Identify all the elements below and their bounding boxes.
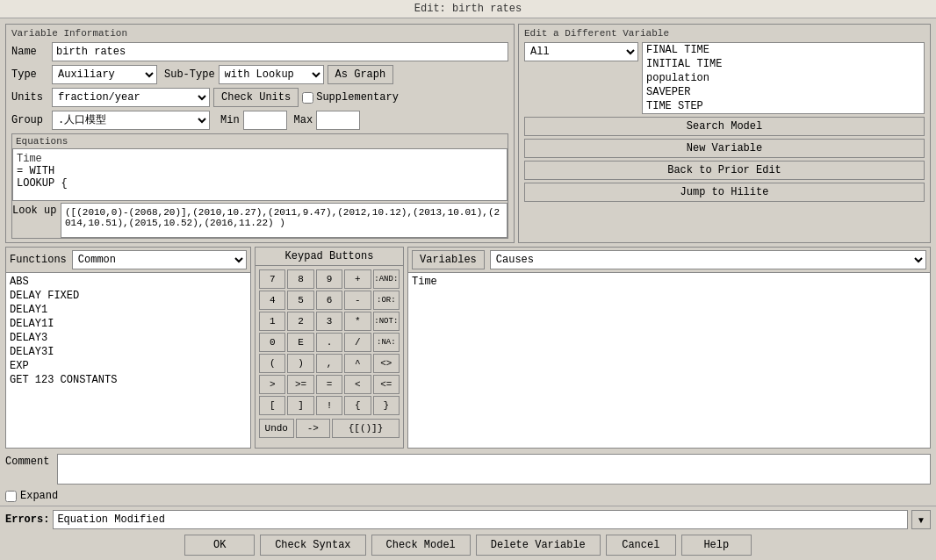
type-select[interactable]: Auxiliary (52, 65, 157, 84)
causes-select[interactable]: Causes (490, 250, 926, 269)
keypad-not[interactable]: :NOT: (373, 312, 400, 331)
function-item-exp[interactable]: EXP (10, 359, 247, 373)
lookup-label: Look up (12, 203, 61, 217)
max-input[interactable] (316, 111, 360, 130)
keypad-rbrace[interactable]: } (373, 396, 400, 415)
brace-button[interactable]: {[()]} (332, 419, 400, 438)
keypad-gte[interactable]: >= (287, 375, 313, 394)
list-item[interactable]: population (643, 71, 924, 85)
list-item[interactable]: TIME STEP (643, 99, 924, 113)
keypad-lte[interactable]: <= (373, 375, 400, 394)
function-item-abs[interactable]: ABS (10, 275, 247, 289)
undo-button[interactable]: Undo (259, 419, 294, 438)
variables-tab-button[interactable]: Variables (412, 250, 485, 269)
equation-area[interactable]: Time = WITH LOOKUP { (12, 148, 508, 201)
keypad-3[interactable]: 3 (316, 312, 342, 331)
group-select[interactable]: .人口模型 (52, 111, 210, 130)
keypad-exclaim[interactable]: ! (316, 396, 342, 415)
as-graph-button[interactable]: As Graph (328, 65, 394, 84)
keypad-8[interactable]: 8 (287, 269, 313, 289)
variable-item-time[interactable]: Time (412, 275, 926, 289)
units-select[interactable]: fraction/year (52, 88, 210, 107)
keypad-1[interactable]: 1 (259, 312, 285, 331)
list-item[interactable]: SAVEPER (643, 85, 924, 99)
ok-button[interactable]: OK (184, 535, 255, 556)
keypad-div[interactable]: / (344, 333, 371, 352)
keypad-comma[interactable]: , (316, 354, 342, 373)
errors-dropdown-button[interactable]: ▼ (911, 510, 931, 529)
keypad-lt[interactable]: < (344, 375, 371, 394)
keypad-lbrace[interactable]: { (344, 396, 371, 415)
keypad-dot[interactable]: . (316, 333, 342, 352)
keypad-lparen[interactable]: ( (259, 354, 285, 373)
keypad-4[interactable]: 4 (259, 291, 285, 310)
name-input[interactable] (52, 42, 508, 61)
time-label: Time (17, 153, 503, 165)
keypad-na[interactable]: :NA: (373, 333, 400, 352)
keypad-header: Keypad Buttons (256, 248, 403, 266)
cancel-button[interactable]: Cancel (606, 535, 676, 556)
equation-text[interactable]: = WITH LOOKUP { (17, 165, 503, 190)
keypad-rparen[interactable]: ) (287, 354, 313, 373)
arrow-button[interactable]: -> (296, 419, 331, 438)
units-label: Units (11, 91, 48, 104)
keypad-eq[interactable]: = (316, 375, 342, 394)
list-item[interactable]: FINAL TIME (643, 43, 924, 57)
keypad-plus[interactable]: + (344, 269, 371, 289)
function-item-get123[interactable]: GET 123 CONSTANTS (10, 373, 247, 387)
keypad-panel: Keypad Buttons 7 8 9 + :AND: 4 5 6 - :OR… (255, 247, 404, 449)
function-item-delay3i[interactable]: DELAY3I (10, 345, 247, 359)
keypad-0[interactable]: 0 (259, 333, 285, 352)
keypad-9[interactable]: 9 (316, 269, 342, 289)
keypad-mult[interactable]: * (344, 312, 371, 331)
keypad-7[interactable]: 7 (259, 269, 285, 289)
keypad-caret[interactable]: ^ (344, 354, 371, 373)
all-select[interactable]: All (524, 42, 638, 61)
min-input[interactable] (243, 111, 287, 130)
variable-info-panel: Variable Information Name Type Auxiliary… (5, 24, 515, 243)
name-row: Name (11, 42, 508, 61)
keypad-e[interactable]: E (287, 333, 313, 352)
function-item-delay1i[interactable]: DELAY1I (10, 317, 247, 331)
check-units-button[interactable]: Check Units (213, 88, 299, 107)
jump-to-hilite-button[interactable]: Jump to Hilite (524, 183, 925, 202)
supplementary-checkbox[interactable] (302, 92, 313, 104)
check-syntax-button[interactable]: Check Syntax (260, 535, 365, 556)
keypad-neq[interactable]: <> (373, 354, 400, 373)
subtype-select[interactable]: with Lookup (219, 65, 324, 84)
type-row: Type Auxiliary Sub-Type with Lookup As G… (11, 65, 508, 84)
errors-label: Errors: (5, 513, 49, 526)
comment-textarea[interactable] (57, 454, 931, 485)
functions-header: Functions Common (6, 248, 250, 273)
list-item[interactable]: INITIAL TIME (643, 57, 924, 71)
help-button[interactable]: Help (681, 535, 752, 556)
functions-title: Functions (10, 254, 67, 266)
errors-input[interactable] (53, 510, 908, 529)
keypad-gt[interactable]: > (259, 375, 285, 394)
search-model-button[interactable]: Search Model (524, 117, 925, 136)
keypad-lbracket[interactable]: [ (259, 396, 285, 415)
new-variable-button[interactable]: New Variable (524, 139, 925, 158)
function-item-delay1[interactable]: DELAY1 (10, 303, 247, 317)
delete-variable-button[interactable]: Delete Variable (476, 535, 601, 556)
keypad-rbracket[interactable]: ] (287, 396, 313, 415)
expand-checkbox[interactable] (5, 491, 17, 502)
functions-category-select[interactable]: Common (72, 250, 247, 269)
function-item-delay3[interactable]: DELAY3 (10, 331, 247, 345)
max-label: Max (294, 114, 313, 126)
lookup-area[interactable]: ([(2010,0)-(2068,20)],(2010,10.27),(2011… (61, 203, 508, 238)
back-to-prior-button[interactable]: Back to Prior Edit (524, 161, 925, 180)
keypad-2[interactable]: 2 (287, 312, 313, 331)
check-model-button[interactable]: Check Model (371, 535, 471, 556)
edit-diff-top: All FINAL TIME INITIAL TIME population S… (524, 42, 925, 114)
comment-section: Comment (0, 452, 936, 488)
keypad-6[interactable]: 6 (316, 291, 342, 310)
keypad-or[interactable]: :OR: (373, 291, 400, 310)
keypad-and[interactable]: :AND: (373, 269, 400, 289)
keypad-minus[interactable]: - (344, 291, 371, 310)
title-bar: Edit: birth rates (0, 0, 936, 18)
edit-diff-buttons: Search Model New Variable Back to Prior … (524, 117, 925, 202)
function-item-delay-fixed[interactable]: DELAY FIXED (10, 289, 247, 303)
supplementary-label[interactable]: Supplementary (302, 91, 399, 104)
keypad-5[interactable]: 5 (287, 291, 313, 310)
